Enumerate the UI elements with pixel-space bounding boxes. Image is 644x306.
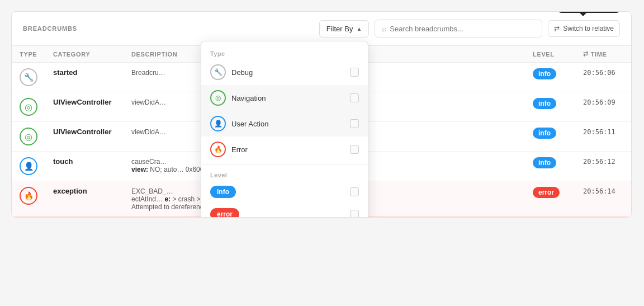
filter-dropdown: Type 🔧 Debug ◎ Navigation 👤 User Action	[201, 41, 368, 218]
filter-item-navigation[interactable]: ◎ Navigation	[201, 85, 368, 111]
user-action-icon: 👤	[210, 116, 226, 131]
debug-checkbox[interactable]	[350, 68, 359, 77]
category-cell: UIViewController	[45, 122, 124, 152]
debug-label: Debug	[231, 68, 253, 77]
th-category: CATEGORY	[45, 46, 124, 63]
time-cell: 20:56:09	[575, 92, 631, 122]
level-cell: info	[525, 152, 575, 181]
time-cell: 20:56:06	[575, 63, 631, 92]
navigation-icon: ◎	[210, 90, 226, 106]
filter-by-button[interactable]: Filter By ▲	[319, 20, 370, 37]
level-cell: error	[525, 181, 575, 217]
level-section-label: Level	[201, 167, 368, 181]
switch-time-icon[interactable]: ⇄	[583, 50, 589, 58]
status-badge: info	[533, 68, 556, 79]
debug-icon: 🔧	[210, 64, 226, 80]
info-level-checkbox[interactable]	[350, 187, 359, 196]
th-type: TYPE	[12, 46, 45, 63]
search-icon: ⌕	[382, 24, 386, 33]
time-cell: 20:56:14	[575, 181, 631, 217]
th-time: ⇄ TIME	[575, 46, 631, 62]
type-cell: ◎	[12, 122, 45, 152]
main-container: BREADCRUMBS Switch to relative Filter By…	[11, 11, 632, 218]
category-cell: started	[45, 63, 124, 92]
filter-item-error-level[interactable]: error	[201, 203, 368, 218]
switch-label: Switch to relative	[563, 25, 614, 32]
navigation-checkbox[interactable]	[350, 93, 359, 102]
type-cell: 👤	[12, 152, 45, 181]
type-section-label: Type	[201, 46, 368, 59]
page-title: BREADCRUMBS	[23, 25, 77, 32]
level-cell: info	[525, 63, 575, 92]
filter-item-error[interactable]: 🔥 Error	[201, 136, 368, 162]
search-wrapper: ⌕	[375, 20, 542, 37]
switch-icon: ⇄	[554, 25, 560, 32]
info-badge: info	[210, 186, 236, 198]
chevron-icon: ▲	[356, 26, 362, 32]
time-cell: 20:56:11	[575, 122, 631, 152]
switch-tooltip: Switch to relative	[558, 11, 620, 13]
th-level: LEVEL	[525, 46, 575, 63]
user-action-checkbox[interactable]	[350, 119, 359, 128]
error-icon: 🔥	[210, 142, 226, 157]
user-action-label: User Action	[231, 120, 268, 128]
error-checkbox[interactable]	[350, 145, 359, 154]
switch-relative-button[interactable]: ⇄ Switch to relative	[548, 20, 620, 37]
level-cell: info	[525, 92, 575, 122]
error-label: Error	[231, 145, 248, 154]
navigation-label: Navigation	[231, 94, 266, 102]
filter-item-info-level[interactable]: info	[201, 181, 368, 203]
header-controls: Switch to relative Filter By ▲ ⌕ ⇄ Switc…	[319, 20, 620, 37]
time-cell: 20:56:12	[575, 152, 631, 181]
level-cell: info	[525, 122, 575, 152]
type-cell: 🔧	[12, 63, 45, 92]
filter-item-debug[interactable]: 🔧 Debug	[201, 59, 368, 85]
type-cell: ◎	[12, 92, 45, 122]
search-input[interactable]	[390, 25, 535, 33]
category-cell: UIViewController	[45, 92, 124, 122]
status-badge: info	[533, 98, 556, 109]
filter-item-user-action[interactable]: 👤 User Action	[201, 111, 368, 136]
category-cell: exception	[45, 181, 124, 217]
category-cell: touch	[45, 152, 124, 181]
status-badge: error	[533, 187, 560, 198]
error-badge: error	[210, 208, 239, 218]
type-cell: 🔥	[12, 181, 45, 217]
status-badge: info	[533, 128, 556, 139]
error-level-checkbox[interactable]	[350, 210, 359, 218]
divider	[201, 164, 368, 165]
status-badge: info	[533, 157, 556, 168]
